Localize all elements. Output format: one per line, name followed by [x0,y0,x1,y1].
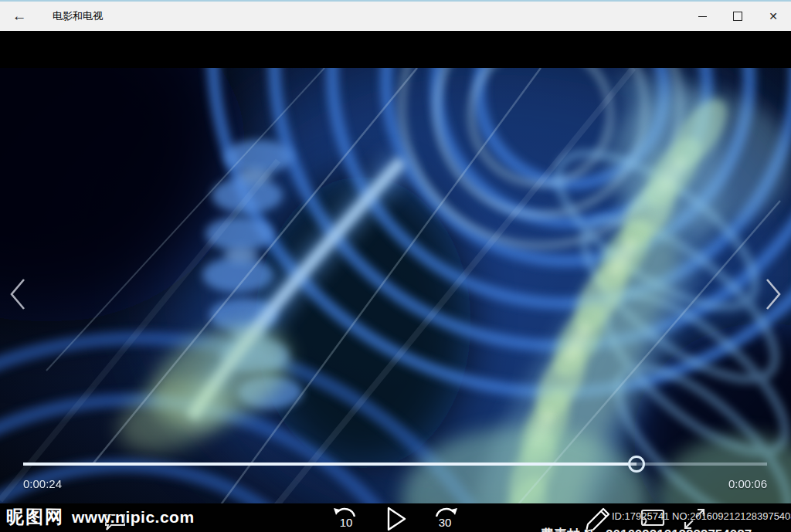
close-icon: ✕ [769,10,778,22]
next-button[interactable] [759,276,786,312]
close-button[interactable]: ✕ [755,2,791,31]
maximize-button[interactable] [720,2,755,31]
remaining-time: 0:00:06 [728,477,767,490]
previous-button[interactable] [5,276,32,312]
chevron-left-icon [5,276,32,312]
partial-watermark: 费素材 No:20160921212839754087 [541,526,752,532]
seek-bar[interactable] [23,463,767,466]
nipic-brand-text: 昵图网 [6,505,64,529]
maximize-icon [733,12,742,21]
skip-back-label: 10 [331,516,362,529]
play-icon [385,506,407,532]
skip-forward-label: 30 [429,516,460,529]
elapsed-time: 0:00:24 [23,477,62,490]
minimize-icon [698,16,707,17]
nipic-url-text: www.nipic.com [72,508,195,527]
titlebar: ← 电影和电视 ✕ [0,0,791,31]
app-window: ← 电影和电视 ✕ [0,0,791,532]
window-title: 电影和电视 [53,9,103,23]
skip-back-button[interactable]: 10 [331,505,362,532]
chevron-right-icon [759,276,786,312]
seek-fill [23,463,637,466]
caption-buttons: ✕ [684,2,791,31]
letterbox-band [0,31,791,68]
skip-forward-button[interactable]: 30 [429,505,460,532]
back-button[interactable]: ← [0,2,39,31]
id-watermark: ID:17925741 NO:20160921212839754087 [612,510,791,522]
back-icon: ← [12,8,27,25]
play-button[interactable] [385,506,407,532]
nipic-watermark: 昵图网 www.nipic.com [6,505,195,529]
minimize-button[interactable] [684,2,720,31]
